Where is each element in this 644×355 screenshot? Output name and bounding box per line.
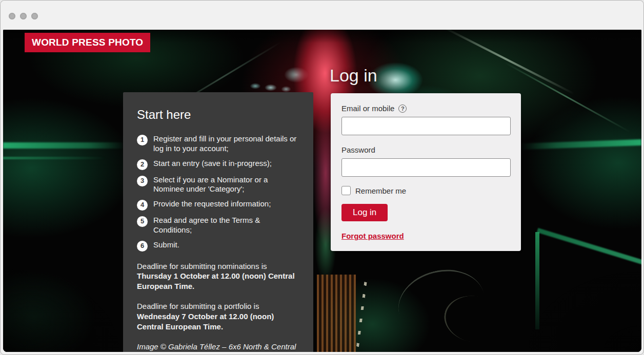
start-here-heading: Start here [137,108,299,122]
forgot-password-link[interactable]: Forgot password [341,232,404,240]
password-label-row: Password [341,145,510,154]
password-label: Password [341,145,375,154]
step-text: Provide the requested information; [153,199,271,211]
remember-me-row: Remember me [341,186,510,195]
email-input[interactable] [341,117,511,135]
step-number-badge: 5 [137,216,148,227]
window-dot-icon[interactable] [20,13,27,19]
photo-vignette [3,30,641,352]
step-text: Submit. [153,240,179,252]
browser-window: WORLD PRESS PHOTO Log in Start here 1 Re… [0,0,644,355]
image-credit: Image © Gabriela Téllez – 6x6 North & Ce… [137,342,299,352]
world-press-photo-logo[interactable]: WORLD PRESS PHOTO [25,33,150,52]
remember-me-label: Remember me [355,186,406,195]
window-controls [9,13,38,19]
step-number-badge: 1 [137,135,148,145]
password-input[interactable] [341,158,511,177]
step-item: 4 Provide the requested information; [137,199,299,211]
background-photo [3,30,641,352]
step-item: 3 Select if you are a Nominator or a Nom… [137,175,299,195]
window-dot-icon[interactable] [9,13,15,19]
deadline-date: Thursday 1 October at 12.00 (noon) Centr… [137,272,295,290]
email-label-row: Email or mobile ? [341,104,510,113]
step-number-badge: 3 [137,176,148,186]
step-text: Select if you are a Nominator or a Nomin… [153,175,299,195]
step-number-badge: 2 [137,159,148,170]
login-button[interactable]: Log in [341,204,388,221]
step-number-badge: 6 [137,241,148,252]
step-item: 2 Start an entry (save it in-progress); [137,159,299,170]
steps-list: 1 Register and fill in your personal det… [137,134,299,252]
step-text: Read and agree to the Terms & Conditions… [153,216,299,235]
nominations-deadline: Deadline for submitting nominations is T… [137,261,299,292]
help-icon[interactable]: ? [398,105,407,113]
deadline-intro: Deadline for submitting a portfolio is [137,302,259,310]
remember-me-checkbox[interactable] [341,186,351,195]
portfolio-deadline: Deadline for submitting a portfolio is W… [137,301,299,332]
step-item: 1 Register and fill in your personal det… [137,134,299,154]
step-item: 6 Submit. [137,240,299,252]
login-form: Email or mobile ? Password Remember me L… [331,93,521,251]
deadline-intro: Deadline for submitting nominations is [137,262,267,270]
browser-chrome [1,1,643,30]
start-here-panel: Start here 1 Register and fill in your p… [123,92,313,352]
page-title: Log in [330,66,377,86]
deadline-date: Wednesday 7 October at 12.00 (noon) Cent… [137,312,274,331]
page-viewport: WORLD PRESS PHOTO Log in Start here 1 Re… [3,30,641,352]
email-label: Email or mobile [341,104,394,113]
logo-text: WORLD PRESS PHOTO [32,37,143,48]
window-dot-icon[interactable] [31,13,38,19]
step-text: Start an entry (save it in-progress); [153,159,272,170]
step-text: Register and fill in your personal detai… [153,134,299,154]
step-number-badge: 4 [137,200,148,211]
step-item: 5 Read and agree to the Terms & Conditio… [137,216,299,235]
